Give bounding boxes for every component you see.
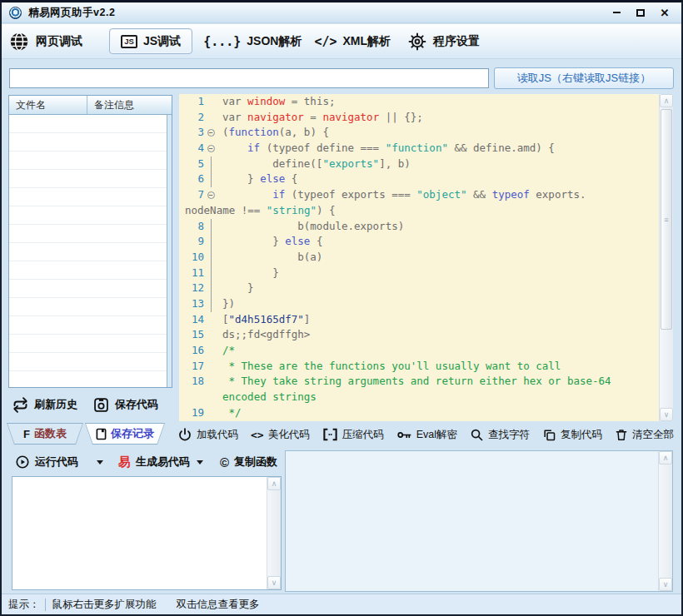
window-controls: ✕ [610,7,681,18]
nav-label: JSON解析 [247,34,302,49]
gear-icon [407,32,427,52]
result-scrollbar[interactable]: ∧ ∨ [658,451,672,591]
code-line: 13}) [179,296,659,312]
run-toolbar: 运行代码 易 生成易代码 © 复制函数 [2,450,282,474]
find-string-button[interactable]: 查找字符 [470,428,530,442]
run-code-label: 运行代码 [35,455,78,469]
file-table-scrollbar[interactable] [167,115,172,387]
scroll-up-button[interactable]: ∧ [659,451,672,464]
save-icon [92,396,110,414]
output-scrollbar[interactable]: ∧ ∨ [267,477,281,589]
nav-label: 网页调试 [36,34,82,49]
generate-ecode-button[interactable]: 易 生成易代码 [118,455,190,470]
code-line: 8b(module.exports) [179,219,659,235]
generate-ecode-dropdown-icon[interactable] [197,460,203,464]
save-code-label: 保存代码 [115,397,158,412]
function-output-box[interactable]: ∧ ∨ [12,476,282,590]
result-panel[interactable]: ∧ ∨ [285,450,673,592]
run-code-dropdown-icon[interactable] [97,460,103,464]
code-line: 3−(function(a, b) { [179,125,659,141]
save-code-button[interactable]: 保存代码 [92,396,158,414]
scrollbar-track[interactable] [267,490,281,576]
code-line: 16/* [179,343,659,359]
globe-icon [8,31,30,52]
column-header-filename[interactable]: 文件名 [9,96,87,114]
code-line: 10b(a) [179,250,659,266]
scrollbar-track[interactable] [659,464,672,578]
scroll-up-button[interactable]: ∧ [267,477,281,490]
code-line: 15ds;;fd<gdffgh> [179,327,659,343]
status-tip-2: 双击信息查看更多 [177,598,260,612]
editor-scrollbar[interactable]: ∧ ≡ ∨ [659,94,673,421]
clear-all-label: 清空全部 [632,428,674,442]
angle-brackets-icon: <> [251,429,264,441]
generate-ecode-label: 生成易代码 [136,455,190,469]
beautify-code-button[interactable]: <> 美化代码 [251,428,310,442]
status-label: 提示： [8,598,40,612]
file-table-body[interactable] [9,115,167,387]
copy-icon [542,428,556,442]
yi-icon: 易 [118,455,131,470]
app-icon [9,7,22,19]
code-editor[interactable]: 1var window = this;2var navigator = navi… [179,94,673,421]
code-line: 11} [179,266,659,281]
history-actions: 刷新历史 保存代码 [12,390,175,419]
scroll-up-button[interactable]: ∧ [660,94,673,107]
nav-item-settings[interactable]: 程序设置 [407,32,480,52]
load-code-label: 加载代码 [197,428,238,442]
js-url-input[interactable] [9,68,489,88]
code-tag-icon: </> [314,34,337,49]
refresh-history-label: 刷新历史 [34,397,77,412]
nav-item-json-parse[interactable]: {...} JSON解析 [203,34,302,49]
nav-label: XML解析 [343,34,391,49]
js-icon: JS [121,35,137,48]
code-line: 18 * They take string arguments and retu… [179,374,659,390]
eval-decrypt-label: Eval解密 [416,428,457,442]
eval-decrypt-button[interactable]: Eval解密 [396,428,457,442]
scrollbar-track[interactable]: ≡ [660,107,673,408]
copy-function-button[interactable]: © 复制函数 [220,455,277,469]
load-code-button[interactable]: 加载代码 [177,427,238,442]
close-button[interactable]: ✕ [658,7,671,18]
key-icon [396,429,412,441]
search-icon [470,428,484,442]
code-line: 9} else { [179,234,659,250]
scrollbar-thumb[interactable]: ≡ [661,109,672,330]
copyright-icon: © [220,455,229,469]
minimize-button[interactable] [610,7,623,18]
main-toolbar: 网页调试 JS JS调试 {...} JSON解析 </> XML解析 程序设置 [2,24,681,59]
scroll-down-button[interactable]: ∨ [660,408,673,421]
nav-label: 程序设置 [433,34,480,49]
code-line: 14["d4h5165df7"] [179,312,659,328]
code-lines: 1var window = this;2var navigator = navi… [179,94,659,421]
scroll-down-button[interactable]: ∨ [659,578,672,591]
column-header-remark[interactable]: 备注信息 [87,96,172,114]
statusbar: 提示： 鼠标右击更多扩展功能 双击信息查看更多 [2,594,681,615]
code-line: 19 */ [179,405,659,421]
nav-item-js-debug[interactable]: JS JS调试 [109,28,192,54]
copy-code-button[interactable]: 复制代码 [542,428,602,442]
braces-icon: {...} [203,34,241,49]
run-code-button[interactable]: 运行代码 [15,455,78,469]
code-line: 4−if (typeof define === "function" && de… [179,141,659,156]
nav-item-web-debug[interactable]: 网页调试 [8,31,82,52]
copy-code-label: 复制代码 [561,428,602,442]
code-toolbar: 加载代码 <> 美化代码 压缩代码 Eval解密 [2,421,681,448]
titlebar: 精易网页助手v2.2 ✕ [2,2,681,23]
compress-code-label: 压缩代码 [342,428,384,442]
status-separator [45,599,46,611]
read-js-button[interactable]: 读取JS（右键读取JS链接） [494,67,674,89]
beautify-code-label: 美化代码 [268,428,310,442]
code-line: 7−if (typeof exports === "object" && typ… [179,187,659,203]
clear-all-button[interactable]: 清空全部 [615,428,674,442]
copy-function-label: 复制函数 [234,455,277,469]
code-line: 1var window = this; [179,94,659,110]
maximize-button[interactable] [634,7,647,18]
scroll-down-button[interactable]: ∨ [267,576,281,589]
app-window: 精易网页助手v2.2 ✕ 网页调试 JS JS调试 {...} JSON解析 <… [0,0,683,616]
nav-item-xml-parse[interactable]: </> XML解析 [314,34,391,49]
code-line: 12} [179,281,659,296]
code-line: 17 * These are the functions you'll usua… [179,359,659,375]
refresh-history-button[interactable]: 刷新历史 [12,396,77,414]
compress-code-button[interactable]: 压缩代码 [322,428,384,442]
